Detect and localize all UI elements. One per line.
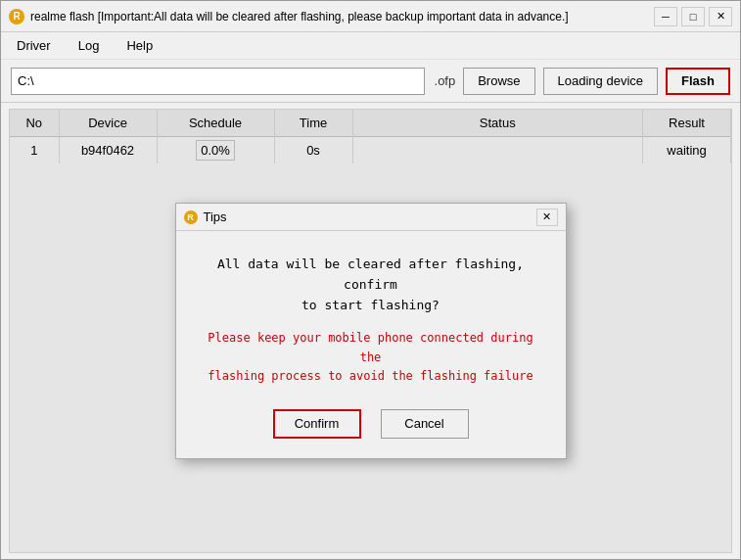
minimize-button[interactable]: ─	[654, 7, 677, 26]
tips-dialog: R Tips ✕ All data will be cleared after …	[175, 203, 567, 459]
menu-help[interactable]: Help	[118, 36, 161, 55]
menu-bar: Driver Log Help	[1, 32, 740, 60]
dialog-title: Tips	[204, 210, 536, 224]
dialog-title-bar: R Tips ✕	[176, 204, 566, 231]
device-table-container: No Device Schedule Time Status Result 1 …	[9, 109, 732, 553]
dialog-icon: R	[184, 210, 198, 224]
menu-log[interactable]: Log	[70, 36, 108, 55]
window-title: realme flash [Important:All data will be…	[30, 10, 654, 23]
dialog-body: All data will be cleared after flashing,…	[176, 231, 566, 458]
modal-overlay: R Tips ✕ All data will be cleared after …	[10, 110, 731, 552]
cancel-button[interactable]: Cancel	[381, 409, 469, 439]
loading-device-button[interactable]: Loading device	[543, 68, 658, 95]
flash-button[interactable]: Flash	[666, 68, 730, 95]
window-controls: ─ □ ✕	[654, 7, 732, 26]
title-bar: R realme flash [Important:All data will …	[1, 1, 740, 32]
toolbar: .ofp Browse Loading device Flash	[1, 60, 740, 103]
confirm-button[interactable]: Confirm	[273, 409, 361, 439]
browse-button[interactable]: Browse	[463, 68, 534, 95]
app-icon: R	[9, 9, 24, 24]
dialog-warning: Please keep your mobile phone connected …	[196, 329, 546, 386]
dialog-buttons: Confirm Cancel	[196, 409, 546, 439]
close-button[interactable]: ✕	[709, 7, 732, 26]
dialog-message: All data will be cleared after flashing,…	[196, 255, 546, 315]
path-input[interactable]	[11, 68, 425, 95]
maximize-button[interactable]: □	[681, 7, 705, 26]
dialog-close-button[interactable]: ✕	[536, 209, 558, 226]
ofp-label: .ofp	[435, 73, 456, 88]
main-window: R realme flash [Important:All data will …	[0, 0, 741, 560]
menu-driver[interactable]: Driver	[9, 36, 59, 55]
